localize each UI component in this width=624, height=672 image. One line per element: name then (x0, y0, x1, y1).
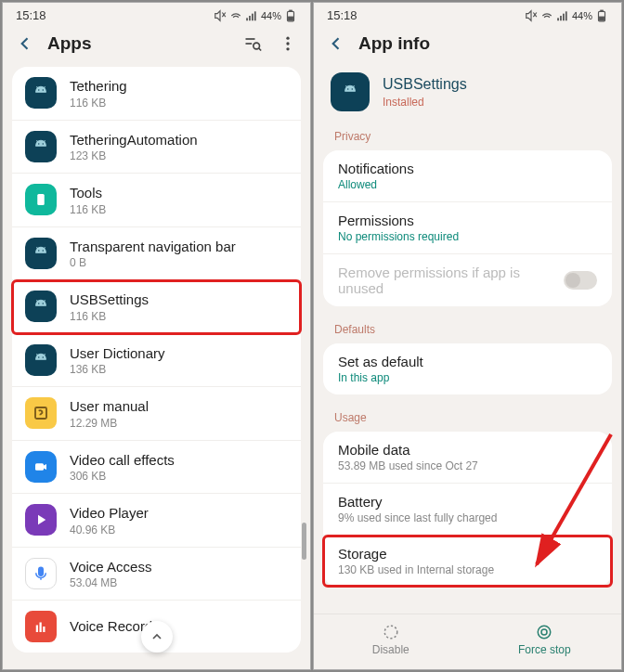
svg-rect-3 (249, 16, 251, 20)
row-value: 53.89 MB used since Oct 27 (338, 459, 597, 472)
mute-icon (525, 9, 538, 22)
page-header: Apps (3, 26, 310, 67)
app-row[interactable]: Voice Access53.04 MB (12, 548, 301, 601)
app-name: Tethering (70, 77, 288, 96)
app-row[interactable]: Video call effects306 KB (12, 441, 301, 495)
app-size: 306 KB (70, 470, 288, 483)
app-row[interactable]: Tethering116 KB (12, 67, 301, 121)
svg-rect-31 (40, 623, 42, 633)
app-row[interactable]: Tools116 KB (12, 174, 301, 227)
mobile-data-row[interactable]: Mobile data 53.89 MB used since Oct 27 (323, 432, 612, 484)
app-size: 12.29 MB (70, 417, 288, 430)
storage-row[interactable]: Storage 130 KB used in Internal storage (323, 536, 612, 587)
battery-icon (284, 9, 297, 22)
signal-icon (556, 9, 569, 22)
app-row[interactable]: Transparent navigation bar0 B (12, 227, 301, 281)
svg-point-19 (43, 143, 45, 145)
app-name: Video Player (70, 504, 288, 523)
app-size: 40.96 KB (70, 523, 288, 536)
battery-row[interactable]: Battery 9% used since last fully charged (323, 484, 612, 536)
row-value: No permissions required (338, 230, 597, 243)
app-row[interactable]: TetheringAutomation123 KB (12, 121, 301, 174)
apps-list[interactable]: Tethering116 KBTetheringAutomation123 KB… (12, 67, 301, 653)
app-icon (25, 184, 57, 215)
wifi-icon (229, 9, 242, 22)
status-time: 15:18 (327, 8, 358, 22)
app-name: Tools (70, 184, 288, 202)
search-filter-icon[interactable] (243, 34, 262, 53)
row-title: Permissions (338, 213, 597, 228)
button-label: Force stop (518, 643, 571, 656)
defaults-card: Set as default In this app (323, 343, 612, 394)
svg-point-43 (352, 88, 354, 90)
svg-rect-5 (254, 11, 256, 20)
svg-rect-38 (566, 11, 567, 20)
svg-rect-29 (39, 567, 44, 575)
status-bar: 15:18 44% (314, 3, 621, 26)
app-icon (25, 131, 57, 162)
app-icon (25, 77, 57, 109)
notifications-row[interactable]: Notifications Allowed (323, 150, 612, 202)
svg-point-21 (38, 250, 40, 252)
app-size: 116 KB (70, 203, 288, 216)
remove-permissions-toggle[interactable] (564, 271, 597, 290)
svg-rect-7 (290, 10, 292, 11)
row-title: Battery (338, 494, 597, 510)
menu-more-icon[interactable] (279, 34, 297, 53)
signal-icon (245, 9, 258, 22)
svg-point-11 (254, 43, 260, 49)
svg-point-18 (38, 143, 40, 145)
app-name: USBSettings (383, 75, 604, 95)
svg-point-23 (38, 304, 40, 305)
app-size: 53.04 MB (70, 576, 288, 589)
status-right: 44% (214, 9, 297, 22)
scrollbar[interactable] (302, 523, 306, 560)
svg-point-14 (286, 42, 289, 45)
svg-rect-28 (35, 463, 44, 471)
wifi-icon (540, 9, 553, 22)
app-row[interactable]: User manual12.29 MB (12, 387, 301, 441)
app-size: 116 KB (70, 310, 288, 323)
battery-percent: 44% (261, 10, 281, 21)
app-size: 116 KB (70, 97, 288, 110)
svg-rect-2 (246, 18, 248, 20)
row-title: Set as default (338, 354, 597, 369)
app-size: 136 KB (70, 363, 288, 376)
app-name: Voice Recorder (70, 617, 288, 636)
svg-rect-32 (43, 627, 45, 632)
android-icon (342, 84, 358, 100)
set-default-row[interactable]: Set as default In this app (323, 343, 612, 394)
row-value: 9% used since last fully charged (338, 511, 597, 524)
svg-rect-36 (560, 16, 562, 20)
section-privacy-label: Privacy (314, 126, 621, 150)
app-row[interactable]: Video Player40.96 KB (12, 494, 301, 548)
force-stop-button[interactable]: Force stop (468, 614, 622, 669)
remove-permissions-row[interactable]: Remove permissions if app is unused (323, 254, 612, 306)
row-title: Storage (338, 546, 597, 562)
svg-rect-20 (37, 194, 45, 205)
app-icon (25, 397, 57, 429)
app-row[interactable]: USBSettings116 KB (12, 280, 301, 334)
row-value: 130 KB used in Internal storage (338, 563, 597, 576)
svg-rect-8 (289, 17, 293, 20)
app-icon (25, 291, 57, 322)
button-label: Disable (372, 643, 410, 656)
scroll-top-button[interactable] (141, 621, 173, 653)
page-title: Apps (47, 33, 92, 54)
status-bar: 15:18 44% (3, 3, 310, 26)
section-usage-label: Usage (314, 407, 621, 432)
apps-list-screen: 15:18 44% Apps Tethering116 KBTetheringA… (2, 2, 311, 670)
app-row[interactable]: User Dictionary136 KB (12, 334, 301, 388)
back-icon[interactable] (327, 34, 345, 53)
back-icon[interactable] (16, 34, 34, 53)
usage-card: Mobile data 53.89 MB used since Oct 27 B… (323, 432, 612, 587)
svg-point-45 (539, 626, 552, 639)
row-title: Mobile data (338, 442, 597, 458)
bottom-bar: Disable Force stop (314, 614, 621, 669)
svg-point-25 (38, 356, 40, 358)
disable-button[interactable]: Disable (314, 614, 468, 669)
permissions-row[interactable]: Permissions No permissions required (323, 202, 612, 254)
svg-point-22 (43, 250, 45, 252)
app-header: USBSettings Installed (314, 67, 621, 126)
app-icon (25, 558, 57, 589)
